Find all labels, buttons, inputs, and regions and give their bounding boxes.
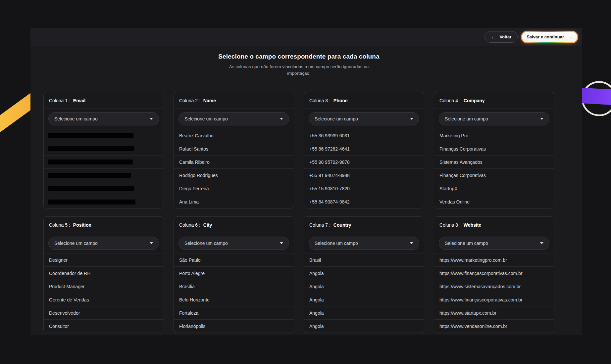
field-select-dropdown[interactable]: Selecione um campo bbox=[178, 112, 289, 125]
sample-rows: Beatriz CarvalhoRafael SantosCamila Ribe… bbox=[174, 129, 294, 208]
column-card: Coluna 2 : Name Selecione um campo Beatr… bbox=[174, 92, 294, 208]
column-card: Coluna 6 : City Selecione um campo São P… bbox=[174, 216, 294, 333]
sample-value-row: Product Manager bbox=[44, 280, 164, 293]
sample-value-row: Camila Ribeiro bbox=[174, 156, 294, 169]
chevron-down-icon bbox=[280, 118, 283, 120]
field-select-dropdown[interactable]: Selecione um campo bbox=[309, 112, 419, 125]
sample-value-row: Diego Ferreira bbox=[174, 182, 294, 195]
sample-value-row: +55 91 94074-8988 bbox=[304, 169, 424, 182]
column-label: Coluna 5 : bbox=[49, 222, 70, 228]
column-field-name: Phone bbox=[333, 98, 348, 103]
sample-value-row: Angola bbox=[304, 320, 424, 333]
column-label: Coluna 8 : bbox=[439, 222, 461, 228]
chevron-down-icon bbox=[150, 242, 153, 244]
sample-value-row: Sistemas Avançados bbox=[434, 156, 554, 169]
column-label: Coluna 1 : bbox=[49, 98, 70, 103]
cards-grid: Coluna 1 : Email Selecione um campo Colu… bbox=[43, 92, 554, 333]
chevron-down-icon bbox=[410, 242, 413, 244]
column-field-name: Position bbox=[73, 222, 91, 228]
sample-rows: São PauloPorto AlegreBrasíliaBelo Horizo… bbox=[174, 253, 294, 333]
sample-rows: BrasilAngolaAngolaAngolaAngolaAngola bbox=[304, 253, 424, 333]
sample-value-row: https://www.finançascorporativas.com.br bbox=[434, 267, 554, 280]
column-label: Coluna 3 : bbox=[309, 98, 331, 103]
field-select-dropdown[interactable]: Selecione um campo bbox=[48, 112, 159, 125]
sample-value-row: Beatriz Carvalho bbox=[174, 129, 294, 142]
sample-value-row: +55 98 95702-9878 bbox=[304, 156, 424, 169]
sample-value-row: Rodrigo Rodrigues bbox=[174, 169, 294, 182]
column-label: Coluna 7 : bbox=[309, 222, 331, 228]
intro-section: Selecione o campo correspondente para ca… bbox=[43, 53, 554, 77]
select-placeholder: Selecione um campo bbox=[445, 241, 488, 246]
sample-rows: +55 36 93939-6031+55 86 97262-4641+55 98… bbox=[304, 129, 424, 208]
sample-value-row: Angola bbox=[304, 280, 424, 293]
sample-value-row: +55 86 97262-4641 bbox=[304, 142, 424, 156]
page-title: Selecione o campo correspondente para ca… bbox=[43, 53, 554, 60]
select-placeholder: Selecione um campo bbox=[54, 116, 98, 121]
chevron-down-icon bbox=[410, 118, 413, 120]
sample-value-row: Brasília bbox=[174, 280, 294, 293]
sample-value-row: São Paulo bbox=[174, 253, 294, 267]
column-field-name: City bbox=[203, 222, 212, 228]
back-button[interactable]: ← Voltar bbox=[484, 31, 518, 43]
sample-value-row: https://www.finançascorporativas.com.br bbox=[434, 293, 554, 306]
select-placeholder: Selecione um campo bbox=[184, 116, 228, 121]
sample-rows: Marketing ProFinanças CorporativasSistem… bbox=[434, 129, 554, 208]
sample-value-row: Angola bbox=[304, 267, 424, 280]
field-select-dropdown[interactable]: Selecione um campo bbox=[178, 237, 289, 250]
chevron-down-icon bbox=[280, 242, 283, 244]
sample-value-row: Florianópolis bbox=[174, 320, 294, 333]
column-card: Coluna 7 : Country Selecione um campo Br… bbox=[304, 216, 424, 333]
save-button-gradient-border[interactable]: Salvar e continuar → bbox=[521, 31, 578, 43]
redacted-email-bar bbox=[48, 146, 134, 151]
sample-value-row bbox=[44, 195, 164, 208]
back-button-label: Voltar bbox=[499, 34, 511, 39]
sample-value-row: Desenvolvedor bbox=[44, 306, 164, 320]
field-select-dropdown[interactable]: Selecione um campo bbox=[439, 237, 549, 250]
sample-value-row bbox=[44, 142, 164, 156]
column-card: Coluna 1 : Email Selecione um campo bbox=[43, 92, 164, 208]
sample-rows bbox=[44, 129, 164, 208]
column-card-header: Coluna 2 : Name bbox=[174, 92, 294, 109]
column-card-header: Coluna 3 : Phone bbox=[304, 92, 424, 109]
column-card-header: Coluna 1 : Email bbox=[44, 92, 164, 109]
field-select-dropdown[interactable]: Selecione um campo bbox=[309, 237, 419, 250]
column-label: Coluna 6 : bbox=[179, 222, 200, 228]
column-field-name: Email bbox=[73, 98, 85, 103]
sample-value-row: https://www.sistemasavançados.com.br bbox=[434, 280, 554, 293]
sample-value-row: Consultor bbox=[44, 320, 164, 333]
sample-value-row: StartupX bbox=[434, 182, 554, 195]
sample-value-row: +55 15 90810-7820 bbox=[304, 182, 424, 195]
redacted-email-bar bbox=[48, 200, 135, 205]
page-subtitle: As colunas que não forem vinculadas a um… bbox=[219, 64, 379, 77]
sample-value-row: Vendas Online bbox=[434, 195, 554, 208]
save-continue-button[interactable]: Salvar e continuar → bbox=[522, 32, 577, 42]
sample-value-row: Angola bbox=[304, 293, 424, 306]
sample-value-row bbox=[44, 182, 164, 195]
sample-rows: DesignerCoordenador de RHProduct Manager… bbox=[44, 253, 164, 333]
column-label: Coluna 2 : bbox=[179, 98, 200, 103]
select-placeholder: Selecione um campo bbox=[184, 241, 228, 246]
column-field-name: Company bbox=[464, 98, 485, 103]
field-select-dropdown[interactable]: Selecione um campo bbox=[48, 237, 159, 250]
sample-value-row: Designer bbox=[44, 253, 164, 267]
sample-value-row: Porto Alegre bbox=[174, 267, 294, 280]
sample-value-row: Finanças Corporativas bbox=[434, 169, 554, 182]
sample-value-row: Rafael Santos bbox=[174, 142, 294, 156]
column-card-header: Coluna 4 : Company bbox=[434, 92, 554, 109]
column-field-name: Country bbox=[333, 222, 351, 228]
decor-purple-band bbox=[579, 88, 611, 105]
sample-value-row: +55 36 93939-6031 bbox=[304, 129, 424, 142]
column-field-name: Website bbox=[464, 222, 481, 228]
select-placeholder: Selecione um campo bbox=[315, 116, 358, 121]
sample-value-row: https://www.startupx.com.br bbox=[434, 306, 554, 320]
sample-value-row: Finanças Corporativas bbox=[434, 142, 554, 156]
sample-value-row: https://www.marketingpro.com.br bbox=[434, 253, 554, 267]
topbar: ← Voltar Salvar e continuar → bbox=[30, 28, 582, 46]
column-card: Coluna 8 : Website Selecione um campo ht… bbox=[434, 216, 554, 333]
redacted-email-bar bbox=[48, 173, 131, 178]
column-card-header: Coluna 5 : Position bbox=[44, 217, 164, 233]
sample-rows: https://www.marketingpro.com.brhttps://w… bbox=[434, 253, 554, 333]
field-select-dropdown[interactable]: Selecione um campo bbox=[439, 112, 549, 125]
panel-body: Selecione o campo correspondente para ca… bbox=[30, 46, 582, 335]
sample-value-row: Belo Horizonte bbox=[174, 293, 294, 306]
